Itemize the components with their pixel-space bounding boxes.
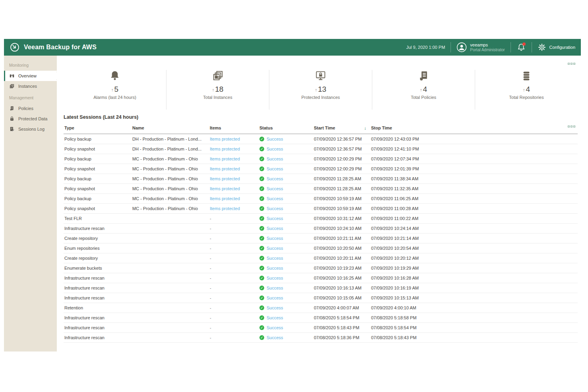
success-check-icon: ✓: [259, 137, 264, 141]
stat-label: Total Repositories: [509, 95, 544, 100]
app-title: Veeam Backup for AWS: [24, 44, 97, 51]
session-items: -: [209, 335, 259, 340]
configuration-button[interactable]: Configuration: [538, 43, 575, 52]
success-check-icon: ✓: [259, 315, 264, 320]
session-type: Infrastructure rescan: [64, 315, 132, 320]
column-header-status[interactable]: Status: [259, 126, 313, 130]
status-link[interactable]: Success: [267, 137, 283, 141]
status-link[interactable]: Success: [267, 216, 283, 221]
items-protected-link[interactable]: Items protected: [210, 196, 240, 201]
session-stop-time: 07/09/2020 10:19:29 AM: [370, 266, 578, 270]
table-row[interactable]: Infrastructure rescan-✓Success07/09/2020…: [64, 283, 578, 293]
session-status: ✓Success: [259, 315, 313, 320]
status-link[interactable]: Success: [267, 305, 283, 310]
table-row[interactable]: Policy backupMC - Production - Platinum …: [64, 174, 578, 184]
table-row[interactable]: Policy backupDH - Production - Platinum …: [64, 134, 578, 144]
status-link[interactable]: Success: [267, 335, 283, 340]
status-link[interactable]: Success: [267, 176, 283, 181]
table-row[interactable]: Policy snapshotMC - Production - Platinu…: [64, 204, 578, 214]
table-more-icon[interactable]: [568, 126, 575, 127]
table-row[interactable]: Retention-✓Success07/09/2020 4:00:07 AM0…: [64, 303, 578, 313]
table-row[interactable]: Policy snapshotDH - Production - Platinu…: [64, 144, 578, 154]
status-link[interactable]: Success: [267, 186, 283, 191]
notifications-button[interactable]: [516, 42, 526, 52]
column-header-type[interactable]: Type: [64, 126, 132, 130]
success-check-icon: ✓: [259, 286, 264, 290]
session-type: Infrastructure rescan: [64, 276, 132, 280]
status-link[interactable]: Success: [267, 315, 283, 320]
status-link[interactable]: Success: [267, 276, 283, 280]
table-row[interactable]: Infrastructure rescan-✓Success07/09/2020…: [64, 293, 578, 303]
status-link[interactable]: Success: [267, 166, 283, 171]
session-type: Enum repositories: [64, 246, 132, 251]
session-items: -: [209, 216, 259, 221]
table-row[interactable]: Create repository-✓Success07/09/2020 10:…: [64, 253, 578, 263]
stat-card-total-instances[interactable]: ↑ 18 Total Instances: [166, 70, 269, 110]
table-row[interactable]: Enumerate buckets-✓Success07/09/2020 10:…: [64, 263, 578, 273]
user-menu[interactable]: veeamps Portal Administrator: [456, 42, 505, 52]
status-link[interactable]: Success: [267, 147, 283, 151]
session-start-time: 07/09/2020 10:21:11 AM: [313, 236, 370, 241]
table-row[interactable]: Infrastructure rescan-✓Success07/08/2020…: [64, 323, 578, 333]
stat-card-protected-instances[interactable]: ↑ 13 Protected Instances: [269, 70, 372, 110]
table-row[interactable]: Test FLR-✓Success07/09/2020 10:31:12 AM0…: [64, 214, 578, 224]
table-row[interactable]: Infrastructure rescan-✓Success07/09/2020…: [64, 224, 578, 234]
status-link[interactable]: Success: [267, 295, 283, 300]
status-link[interactable]: Success: [267, 325, 283, 330]
column-header-items[interactable]: Items: [209, 126, 259, 130]
column-header-stop-time[interactable]: Stop Time: [370, 126, 578, 130]
items-protected-link[interactable]: Items protected: [210, 137, 240, 141]
status-link[interactable]: Success: [267, 246, 283, 251]
policies-scroll-icon: [418, 70, 429, 82]
session-type: Policy backup: [64, 137, 132, 141]
success-check-icon: ✓: [259, 206, 264, 211]
items-protected-link[interactable]: Items protected: [210, 206, 240, 211]
status-link[interactable]: Success: [267, 256, 283, 261]
session-stop-time: 07/09/2020 12:01:39 PM: [370, 166, 578, 171]
table-row[interactable]: Policy backupMC - Production - Platinum …: [64, 154, 578, 164]
session-status: ✓Success: [259, 236, 313, 241]
table-row[interactable]: Infrastructure rescan-✓Success07/09/2020…: [64, 273, 578, 283]
items-protected-link[interactable]: Items protected: [210, 166, 240, 171]
stat-label: Total Policies: [411, 95, 436, 100]
table-row[interactable]: Infrastructure rescan-✓Success07/08/2020…: [64, 333, 578, 343]
sidebar-item-policies[interactable]: Policies: [4, 103, 57, 114]
session-stop-time: 07/09/2020 10:21:14 AM: [370, 236, 578, 241]
table-row[interactable]: Enum repositories-✓Success07/09/2020 10:…: [64, 243, 578, 253]
status-link[interactable]: Success: [267, 196, 283, 201]
sidebar-item-instances[interactable]: Instances: [4, 81, 57, 91]
status-link[interactable]: Success: [267, 266, 283, 270]
status-link[interactable]: Success: [267, 226, 283, 231]
items-protected-link[interactable]: Items protected: [210, 176, 240, 181]
session-status: ✓Success: [259, 256, 313, 261]
stat-card-total-repositories[interactable]: ↑ 4 Total Repositories: [475, 70, 578, 110]
session-type: Policy backup: [64, 156, 132, 161]
column-header-name[interactable]: Name: [132, 126, 209, 130]
sidebar-item-overview[interactable]: Overview: [4, 71, 57, 81]
column-header-start-time[interactable]: Start Time ↓: [313, 126, 370, 130]
trend-up-icon: ↑: [111, 87, 114, 92]
session-stop-time: 07/09/2020 12:07:34 PM: [370, 156, 578, 161]
table-row[interactable]: Policy snapshotMC - Production - Platinu…: [64, 164, 578, 174]
status-link[interactable]: Success: [267, 236, 283, 241]
session-type: Policy snapshot: [64, 206, 132, 211]
session-start-time: 07/09/2020 4:00:07 AM: [313, 305, 370, 310]
status-link[interactable]: Success: [267, 156, 283, 161]
session-stop-time: 07/08/2020 5:18:43 PM: [370, 335, 578, 340]
items-protected-link[interactable]: Items protected: [210, 186, 240, 191]
items-protected-link[interactable]: Items protected: [210, 147, 240, 151]
stat-card-total-policies[interactable]: ↑ 4 Total Policies: [372, 70, 475, 110]
table-row[interactable]: Create repository-✓Success07/09/2020 10:…: [64, 234, 578, 243]
sidebar-item-protected-data[interactable]: Protected Data: [4, 114, 57, 124]
dashboard-more-icon[interactable]: [568, 63, 575, 65]
items-protected-link[interactable]: Items protected: [210, 156, 240, 161]
status-link[interactable]: Success: [267, 206, 283, 211]
status-link[interactable]: Success: [267, 286, 283, 290]
sidebar-item-sessions-log[interactable]: Sessions Log: [4, 124, 57, 134]
table-row[interactable]: Infrastructure rescan-✓Success07/08/2020…: [64, 313, 578, 323]
table-row[interactable]: Policy backupMC - Production - Platinum …: [64, 194, 578, 204]
stat-card-alarms[interactable]: ↑ 5 Alarms (last 24 hours): [64, 70, 166, 110]
session-type: Infrastructure rescan: [64, 226, 132, 231]
session-start-time: 07/09/2020 11:28:25 AM: [313, 186, 370, 191]
table-row[interactable]: Policy snapshotMC - Production - Platinu…: [64, 184, 578, 194]
